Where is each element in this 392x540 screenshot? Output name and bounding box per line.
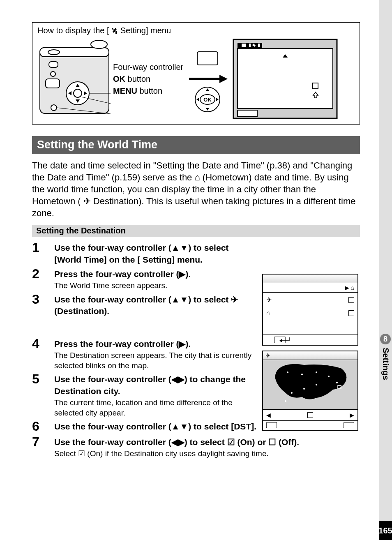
step-6: 6 Use the four-way controller (▲▼) to se… — [32, 420, 257, 434]
intro-paragraph: The date and time selected in "Setting t… — [32, 159, 360, 219]
step-desc: The current time, location and time diff… — [54, 398, 256, 418]
svg-point-42 — [316, 372, 317, 373]
svg-point-45 — [316, 384, 317, 385]
camera-back-illustration — [37, 38, 111, 120]
step-desc: The World Time screen appears. — [54, 281, 256, 291]
step-title: Press the four-way controller (▶). — [54, 338, 256, 350]
world-time-screen: ▶⌂ ✈ ⌂ — [262, 274, 358, 346]
destination-map-screen: ✈ — [262, 351, 358, 431]
step-number: 4 — [32, 337, 54, 351]
svg-point-3 — [48, 50, 60, 55]
step-number: 3 — [32, 293, 54, 307]
svg-rect-50 — [266, 422, 277, 428]
svg-point-41 — [301, 374, 303, 375]
svg-rect-51 — [344, 422, 354, 428]
step-number: 7 — [32, 435, 54, 449]
lcd-preview — [232, 38, 339, 120]
step-3: 3 Use the four-way controller (▲▼) to se… — [32, 293, 257, 317]
step-5: 5 Use the four-way controller (◀▶) to ch… — [32, 372, 257, 418]
step-desc: The Destination screen appears. The city… — [54, 351, 256, 371]
manual-page: 165 8 Settings How to display the [ Sett… — [0, 0, 392, 540]
footer-box-right — [344, 422, 354, 428]
svg-rect-32 — [258, 44, 260, 47]
world-map — [263, 360, 357, 409]
svg-point-47 — [291, 392, 293, 394]
svg-rect-5 — [49, 62, 58, 67]
step-number: 6 — [32, 420, 54, 434]
step-figures: ▶⌂ ✈ ⌂ ✈ — [262, 274, 360, 431]
step-title: Use the four-way controller (▲▼) to sele… — [54, 421, 257, 432]
svg-rect-31 — [249, 44, 251, 47]
svg-point-40 — [287, 372, 288, 373]
section-heading: Setting the World Time — [32, 136, 360, 154]
return-icon — [274, 337, 291, 343]
howto-title-prefix: How to display the [ — [37, 26, 109, 35]
svg-rect-0 — [115, 31, 117, 34]
page-number: 165 — [379, 521, 392, 540]
steps-list: ▶⌂ ✈ ⌂ ✈ — [32, 241, 360, 461]
svg-rect-18 — [197, 52, 218, 65]
step-2: 2 Press the four-way controller (▶). The… — [32, 267, 257, 291]
svg-rect-7 — [46, 79, 60, 88]
thumb-index-gutter: 165 — [379, 0, 392, 540]
chapter-label: Settings — [381, 348, 390, 380]
svg-rect-36 — [238, 110, 257, 117]
step-desc: Select ☑ (On) if the Destination city us… — [54, 449, 360, 459]
chapter-number-badge: 8 — [380, 334, 391, 344]
svg-point-46 — [303, 388, 305, 390]
step-7: 7 Use the four-way controller (◀▶) to se… — [32, 435, 360, 459]
step-title: Press the four-way controller (▶). — [54, 268, 256, 280]
svg-point-9 — [74, 89, 82, 97]
step-number: 2 — [32, 267, 54, 281]
footer-box-left — [266, 422, 277, 428]
label-fourway: Four-way controller — [113, 61, 183, 73]
step-title: Use the four-way controller (▲▼) to sele… — [54, 294, 256, 317]
navigation-diagram: OK — [185, 42, 230, 116]
step-1: 1 Use the four-way controller (▲▼) to se… — [32, 241, 257, 265]
sub-heading: Setting the Destination — [32, 225, 360, 237]
step-title: Use the four-way controller (◀▶) to chan… — [54, 374, 256, 397]
svg-point-43 — [328, 376, 330, 377]
svg-point-4 — [91, 40, 107, 48]
svg-text:OK: OK — [203, 97, 212, 103]
howto-labels: Four-way controller OK button MENU butto… — [113, 61, 183, 97]
svg-point-44 — [336, 382, 338, 383]
step-number: 5 — [32, 372, 54, 386]
svg-point-48 — [285, 400, 286, 402]
howto-box: How to display the [ Setting] menu — [32, 22, 360, 125]
howto-title: How to display the [ Setting] menu — [37, 26, 355, 35]
label-ok: OK button — [113, 73, 183, 85]
step-title: Use the four-way controller (▲▼) to sele… — [54, 242, 257, 265]
wrench-icon — [111, 28, 118, 34]
step-number: 1 — [32, 241, 54, 255]
svg-rect-30 — [242, 44, 246, 47]
svg-marker-20 — [219, 75, 228, 83]
label-menu: MENU button — [113, 85, 183, 97]
page-content: How to display the [ Setting] menu — [32, 22, 360, 461]
howto-title-suffix: Setting] menu — [120, 26, 171, 35]
howto-illustration-row: Four-way controller OK button MENU butto… — [37, 38, 355, 120]
svg-point-6 — [51, 72, 55, 76]
svg-point-14 — [51, 105, 57, 111]
step-4: 4 Press the four-way controller (▶). The… — [32, 337, 257, 371]
thumb-index-tab: 8 Settings — [379, 333, 392, 419]
svg-rect-37 — [274, 337, 285, 343]
step-title: Use the four-way controller (◀▶) to sele… — [54, 436, 360, 448]
